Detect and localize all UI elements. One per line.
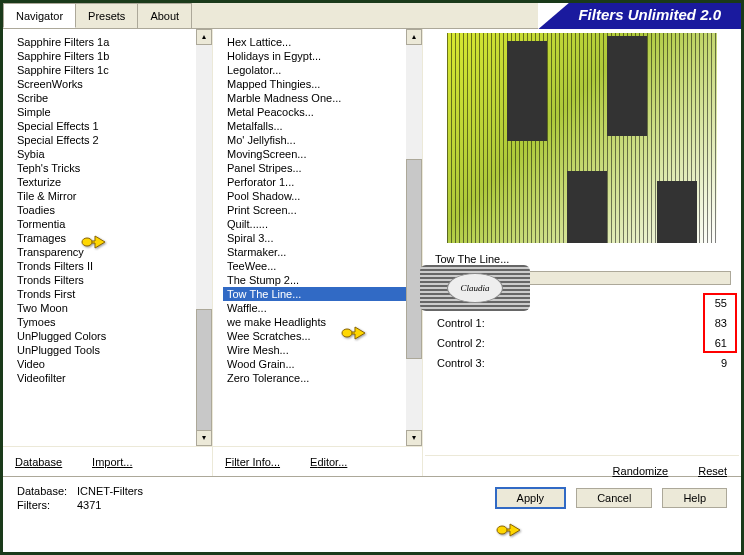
list-item[interactable]: Quilt...... — [223, 217, 422, 231]
list-item[interactable]: Scribe — [13, 91, 212, 105]
list-item[interactable]: we make Headlights — [223, 315, 422, 329]
list-item[interactable]: Tramages — [13, 231, 212, 245]
scroll-up-icon[interactable]: ▴ — [196, 29, 212, 45]
list-item[interactable]: Tormentia — [13, 217, 212, 231]
list-item[interactable]: Special Effects 1 — [13, 119, 212, 133]
list-item[interactable]: Tile & Mirror — [13, 189, 212, 203]
list-item[interactable]: Special Effects 2 — [13, 133, 212, 147]
control-value: 55 — [715, 297, 727, 309]
list-item[interactable]: Pool Shadow... — [223, 189, 422, 203]
tab-presets[interactable]: Presets — [75, 3, 138, 28]
list-item[interactable]: Tronds Filters — [13, 273, 212, 287]
filter-info-button[interactable]: Filter Info... — [225, 456, 280, 468]
cancel-button[interactable]: Cancel — [576, 488, 652, 508]
randomize-button[interactable]: Randomize — [613, 465, 669, 477]
scrollbar[interactable]: ▴ ▾ — [406, 29, 422, 446]
control-label: Control 1: — [437, 317, 485, 329]
list-item[interactable]: Texturize — [13, 175, 212, 189]
list-item[interactable]: Tymoes — [13, 315, 212, 329]
list-item[interactable]: MovingScreen... — [223, 147, 422, 161]
list-item[interactable]: Sapphire Filters 1c — [13, 63, 212, 77]
help-button[interactable]: Help — [662, 488, 727, 508]
list-item[interactable]: Tow The Line... — [223, 287, 422, 301]
filter-list[interactable]: Hex Lattice...Holidays in Egypt...Legola… — [213, 29, 422, 446]
list-item[interactable]: Perforator 1... — [223, 175, 422, 189]
list-item[interactable]: Transparency — [13, 245, 212, 259]
list-item[interactable]: Wood Grain... — [223, 357, 422, 371]
control-row[interactable]: Control 3:9 — [433, 353, 731, 373]
list-item[interactable]: Waffle... — [223, 301, 422, 315]
control-label: Control 3: — [437, 357, 485, 369]
list-item[interactable]: Holidays in Egypt... — [223, 49, 422, 63]
list-item[interactable]: Starmaker... — [223, 245, 422, 259]
list-item[interactable]: Print Screen... — [223, 203, 422, 217]
tab-bar: Navigator Presets About — [3, 3, 538, 29]
pointer-icon — [81, 232, 107, 250]
list-item[interactable]: TeeWee... — [223, 259, 422, 273]
list-item[interactable]: Sapphire Filters 1b — [13, 49, 212, 63]
list-item[interactable]: Spiral 3... — [223, 231, 422, 245]
list-item[interactable]: Sybia — [13, 147, 212, 161]
control-value: 83 — [715, 317, 727, 329]
watermark: Claudia — [420, 265, 530, 311]
database-button[interactable]: Database — [15, 456, 62, 468]
svg-point-2 — [497, 526, 507, 534]
tab-about[interactable]: About — [137, 3, 192, 28]
pointer-icon — [496, 520, 522, 538]
list-item[interactable]: Teph's Tricks — [13, 161, 212, 175]
controls-panel: Control 0:55Control 1:83Control 2:61Cont… — [425, 291, 739, 455]
list-item[interactable]: Two Moon — [13, 301, 212, 315]
list-item[interactable]: Hex Lattice... — [223, 35, 422, 49]
tab-navigator[interactable]: Navigator — [3, 3, 76, 28]
import-button[interactable]: Import... — [92, 456, 132, 468]
list-item[interactable]: Videofilter — [13, 371, 212, 385]
svg-point-1 — [342, 329, 352, 337]
control-row[interactable]: Control 1:83 — [433, 313, 731, 333]
list-item[interactable]: Metal Peacocks... — [223, 105, 422, 119]
list-item[interactable]: Wee Scratches... — [223, 329, 422, 343]
brand-title: Filters Unlimited 2.0 — [538, 3, 741, 29]
scroll-thumb[interactable] — [196, 309, 212, 439]
reset-button[interactable]: Reset — [698, 465, 727, 477]
list-item[interactable]: Tronds First — [13, 287, 212, 301]
list-item[interactable]: Mapped Thingies... — [223, 77, 422, 91]
control-row[interactable]: Control 2:61 — [433, 333, 731, 353]
scroll-up-icon[interactable]: ▴ — [406, 29, 422, 45]
list-item[interactable]: Toadies — [13, 203, 212, 217]
db-name: ICNET-Filters — [77, 485, 143, 497]
list-item[interactable]: Panel Stripes... — [223, 161, 422, 175]
control-label: Control 2: — [437, 337, 485, 349]
filter-count: 4371 — [77, 499, 101, 511]
scroll-down-icon[interactable]: ▾ — [406, 430, 422, 446]
list-item[interactable]: Video — [13, 357, 212, 371]
db-info: Database:ICNET-Filters Filters:4371 — [17, 485, 143, 511]
scroll-thumb[interactable] — [406, 159, 422, 359]
list-item[interactable]: The Stump 2... — [223, 273, 422, 287]
scroll-down-icon[interactable]: ▾ — [196, 430, 212, 446]
list-item[interactable]: UnPlugged Tools — [13, 343, 212, 357]
list-item[interactable]: Zero Tolerance... — [223, 371, 422, 385]
control-value: 61 — [715, 337, 727, 349]
scrollbar[interactable]: ▴ ▾ — [196, 29, 212, 446]
preview-image — [447, 33, 717, 243]
list-item[interactable]: Marble Madness One... — [223, 91, 422, 105]
list-item[interactable]: Tronds Filters II — [13, 259, 212, 273]
control-value: 9 — [721, 357, 727, 369]
category-list[interactable]: Sapphire Filters 1aSapphire Filters 1bSa… — [3, 29, 212, 446]
list-item[interactable]: Legolator... — [223, 63, 422, 77]
apply-button[interactable]: Apply — [495, 487, 567, 509]
pointer-icon — [341, 323, 367, 341]
list-item[interactable]: Metalfalls... — [223, 119, 422, 133]
list-item[interactable]: Sapphire Filters 1a — [13, 35, 212, 49]
list-item[interactable]: Mo' Jellyfish... — [223, 133, 422, 147]
list-item[interactable]: Simple — [13, 105, 212, 119]
svg-point-0 — [82, 238, 92, 246]
editor-button[interactable]: Editor... — [310, 456, 347, 468]
list-item[interactable]: UnPlugged Colors — [13, 329, 212, 343]
list-item[interactable]: Wire Mesh... — [223, 343, 422, 357]
list-item[interactable]: ScreenWorks — [13, 77, 212, 91]
